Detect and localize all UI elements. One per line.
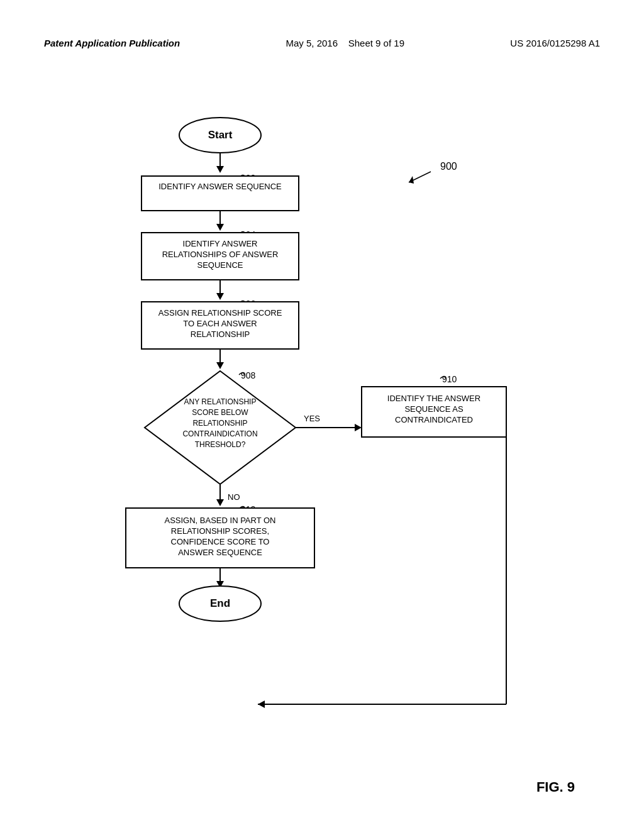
yes-label: YES bbox=[304, 414, 320, 423]
svg-marker-20 bbox=[258, 700, 265, 708]
ref-900: 900 bbox=[440, 161, 457, 172]
flowchart-diagram: 900 Start 902 IDENTIFY ANSWER SEQUENCE 9… bbox=[50, 88, 591, 780]
page: Patent Application Publication May 5, 20… bbox=[0, 0, 644, 830]
node-904-line2: RELATIONSHIPS OF ANSWER bbox=[162, 250, 279, 259]
node-908-line4: CONTRAINDICATION bbox=[182, 429, 257, 438]
svg-marker-22 bbox=[216, 499, 224, 506]
node-910-line3: CONTRAINDICATED bbox=[395, 415, 473, 424]
label-910: 910 bbox=[442, 374, 457, 384]
node-912-line2: RELATIONSHIP SCORES, bbox=[171, 526, 269, 536]
flowchart-svg: 900 Start 902 IDENTIFY ANSWER SEQUENCE 9… bbox=[50, 88, 591, 780]
node-908-line3: RELATIONSHIP bbox=[192, 419, 247, 428]
node-902: IDENTIFY ANSWER SEQUENCE bbox=[158, 182, 282, 191]
node-906-line3: RELATIONSHIP bbox=[191, 329, 250, 339]
publication-title: Patent Application Publication bbox=[44, 38, 180, 48]
svg-marker-7 bbox=[216, 224, 224, 231]
end-node: End bbox=[210, 597, 230, 609]
no-label: NO bbox=[228, 492, 240, 502]
node-906-line1: ASSIGN RELATIONSHIP SCORE bbox=[158, 308, 282, 318]
node-906-line2: TO EACH ANSWER bbox=[183, 319, 257, 328]
svg-marker-4 bbox=[216, 166, 224, 173]
node-908-line5: THRESHOLD? bbox=[195, 440, 246, 449]
node-908-line2: SCORE BELOW bbox=[192, 408, 248, 417]
svg-marker-16 bbox=[355, 424, 362, 431]
node-910-line2: SEQUENCE AS bbox=[404, 404, 464, 414]
node-904-line1: IDENTIFY ANSWER bbox=[183, 239, 258, 248]
node-912-line1: ASSIGN, BASED IN PART ON bbox=[165, 516, 276, 525]
figure-label: FIG. 9 bbox=[536, 779, 575, 795]
node-912-line4: ANSWER SEQUENCE bbox=[178, 548, 262, 557]
patent-number: US 2016/0125298 A1 bbox=[510, 38, 600, 48]
start-node: Start bbox=[208, 129, 233, 141]
node-904-line3: SEQUENCE bbox=[197, 260, 243, 270]
label-908: 908 bbox=[241, 370, 256, 380]
date-label: May 5, 2016 bbox=[286, 38, 338, 48]
page-header: Patent Application Publication May 5, 20… bbox=[0, 38, 644, 48]
sheet-label: Sheet 9 of 19 bbox=[348, 38, 404, 48]
svg-marker-10 bbox=[216, 293, 224, 300]
node-908-line1: ANY RELATIONSHIP bbox=[184, 397, 257, 406]
svg-marker-13 bbox=[216, 362, 224, 369]
svg-marker-14 bbox=[145, 371, 296, 484]
node-912-line3: CONFIDENCE SCORE TO bbox=[171, 537, 270, 546]
date-sheet: May 5, 2016 Sheet 9 of 19 bbox=[286, 38, 404, 48]
node-910-line1: IDENTIFY THE ANSWER bbox=[387, 394, 480, 403]
svg-marker-1 bbox=[409, 176, 414, 184]
